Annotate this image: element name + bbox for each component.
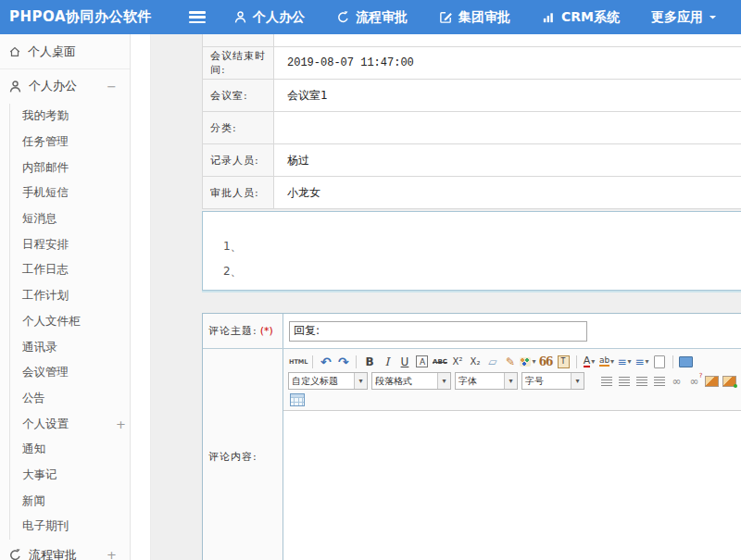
comment-content-label: 评论内容:	[203, 349, 283, 560]
image-button[interactable]	[704, 373, 720, 389]
html-source-button[interactable]: HTML	[289, 354, 308, 369]
italic-button[interactable]: I	[379, 354, 395, 369]
sidebar-item-notice[interactable]: 通知	[10, 437, 130, 463]
blockquote-button[interactable]: 66	[538, 354, 554, 369]
format-brush-button[interactable]: ✎	[502, 354, 518, 369]
sidebar-item-meeting-management[interactable]: 会议管理	[10, 360, 130, 386]
dropdown-caret-icon: ▾	[610, 357, 614, 366]
sidebar-item-news[interactable]: 新闻	[10, 488, 130, 514]
font-size-select[interactable]: 字号▾	[521, 372, 584, 390]
fullscreen-button[interactable]	[678, 354, 694, 369]
undo-button[interactable]: ↶	[318, 354, 333, 369]
dropdown-caret-icon[interactable]: ▾	[571, 373, 584, 389]
sidebar-item-work-plan[interactable]: 工作计划	[10, 283, 130, 309]
font-family-select-label: 字体	[456, 375, 504, 388]
font-color-button[interactable]: A▾	[582, 354, 597, 369]
sidebar-item-mobile-sms[interactable]: 手机短信	[10, 180, 130, 206]
sidebar-item-announcement[interactable]: 公告	[10, 386, 130, 412]
unlink-button[interactable]: ∞	[686, 373, 702, 389]
sidebar-item-e-journal[interactable]: 电子期刊	[10, 514, 130, 540]
row-value	[274, 34, 741, 46]
ordered-list-button[interactable]: ≡▾	[617, 354, 633, 369]
nav-group-approval[interactable]: 集团审批	[439, 9, 510, 26]
row-label	[203, 34, 274, 46]
sidebar-item-personal-desktop[interactable]: 个人桌面	[0, 38, 130, 66]
underline-button-glyph: U	[401, 355, 409, 368]
sidebar-item-label: 日程安排	[22, 237, 69, 253]
eraser-button[interactable]: ▱	[484, 354, 500, 369]
sidebar-item-label: 通知	[22, 442, 45, 457]
image-button-glyph	[705, 376, 719, 387]
dropdown-caret-icon[interactable]: ▾	[354, 373, 367, 389]
field-label: 评论主题:	[208, 324, 257, 338]
dropdown-caret-icon[interactable]: ▾	[437, 373, 450, 389]
meeting-detail-table: 会议结束时间:2019-08-07 11:47:00会议室:会议室1分类:记录人…	[202, 34, 741, 209]
row-label: 分类:	[203, 112, 274, 143]
sidebar-item-personal-settings[interactable]: 个人设置+	[10, 411, 130, 437]
subscript-button-glyph: X₂	[471, 356, 481, 367]
new-page-button[interactable]	[652, 354, 668, 369]
sidebar-item-schedule[interactable]: 日程安排	[10, 231, 130, 257]
toolbar-separator	[356, 355, 357, 368]
table-button[interactable]	[289, 392, 305, 407]
font-box-button[interactable]: A	[414, 354, 430, 369]
image-upload-button[interactable]	[722, 373, 737, 389]
redo-button[interactable]: ↷	[335, 354, 351, 369]
paste-text-button[interactable]: T	[556, 354, 571, 369]
sidebar-item-work-log[interactable]: 工作日志	[10, 257, 130, 283]
nav-personal-office[interactable]: 个人办公	[233, 9, 305, 26]
subscript-button[interactable]: X₂	[467, 354, 483, 369]
align-left-button[interactable]	[598, 373, 614, 389]
sidebar-item-label: 公告	[22, 391, 45, 406]
nav-personal-office-label: 个人办公	[253, 9, 305, 26]
unlink-button-glyph: ∞	[690, 375, 699, 388]
align-center-button[interactable]	[616, 373, 632, 389]
sidebar-item-file-cabinet[interactable]: 个人文件柜	[10, 309, 130, 335]
font-family-select[interactable]: 字体▾	[455, 372, 518, 390]
dropdown-caret-icon[interactable]: ▾	[504, 373, 517, 389]
sidebar-item-contacts[interactable]: 通讯录	[10, 334, 130, 360]
nav-workflow-approval[interactable]: 流程审批	[336, 9, 408, 26]
nav-crm-system[interactable]: CRM系统	[542, 9, 620, 26]
sidebar-item-internal-mail[interactable]: 内部邮件	[10, 155, 130, 180]
collapse-toggle[interactable]: −	[107, 80, 130, 93]
bold-button[interactable]: B	[361, 354, 377, 369]
comment-subject-input[interactable]	[289, 321, 587, 342]
unordered-list-button[interactable]: ≡▾	[634, 354, 650, 369]
paragraph-format-select[interactable]: 段落格式▾	[371, 372, 451, 390]
sidebar-item-label: 任务管理	[22, 134, 69, 150]
nav-more-apps[interactable]: 更多应用	[651, 9, 717, 26]
align-center-button-glyph	[619, 377, 630, 386]
toolbar-row-1: HTML↶↷BIUAABCX²X₂▱✎▾66TA▾ab▾≡▾≡▾	[288, 352, 737, 371]
editor-content-area[interactable]	[283, 411, 741, 560]
link-button-glyph: ∞	[672, 375, 682, 388]
palette-dropdown-button[interactable]: ▾	[520, 354, 535, 369]
edit-icon	[439, 10, 453, 24]
row-value: 会议室1	[274, 80, 741, 111]
expand-toggle[interactable]: +	[107, 548, 130, 560]
sidebar-item-short-message[interactable]: 短消息	[10, 206, 130, 232]
sidebar-item-task-management[interactable]: 任务管理	[10, 130, 130, 156]
sidebar-item-label: 工作日志	[22, 262, 69, 278]
sidebar-item-personal-office[interactable]: 个人办公 −	[0, 72, 130, 100]
person-icon	[233, 10, 247, 24]
panel-divider	[131, 34, 151, 560]
sidebar-item-label: 电子期刊	[22, 518, 69, 534]
link-button[interactable]: ∞	[669, 373, 684, 389]
sidebar-item-workflow-approval[interactable]: 流程审批 +	[0, 541, 130, 560]
sidebar-item-my-attendance[interactable]: 我的考勤	[10, 104, 130, 130]
hamburger-menu-icon[interactable]	[189, 11, 206, 23]
sidebar-item-memorabilia[interactable]: 大事记	[10, 463, 130, 489]
superscript-button[interactable]: X²	[449, 354, 465, 369]
highlight-button[interactable]: ab▾	[599, 354, 615, 369]
align-right-button[interactable]	[634, 373, 649, 389]
required-mark: (*)	[260, 325, 273, 337]
underline-button[interactable]: U	[396, 354, 412, 369]
heading-select[interactable]: 自定义标题▾	[288, 372, 368, 390]
strikethrough-button[interactable]: ABC	[432, 354, 447, 369]
sidebar-item-label: 大事记	[22, 467, 57, 483]
expand-toggle[interactable]: +	[116, 417, 130, 431]
justify-button[interactable]	[651, 373, 667, 389]
table-row-category: 分类:	[203, 112, 741, 144]
sidebar-item-label: 新闻	[22, 493, 45, 509]
